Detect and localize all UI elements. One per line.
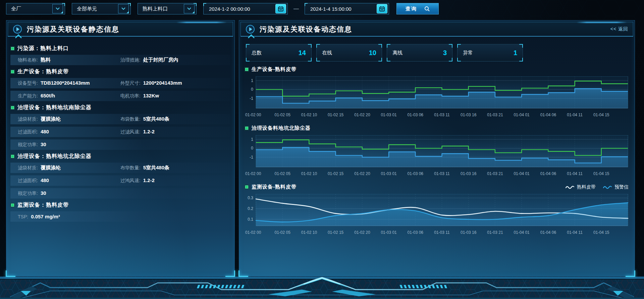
section-title: 污染源：熟料上料口 (11, 45, 230, 52)
legend-item-熟料皮带[interactable]: 熟料皮带 (566, 184, 596, 190)
dynamic-info-panel: 污染源及关联设备动态信息 << 返回 总数14在线10离线3异常1 生产设备-熟… (239, 20, 635, 276)
svg-text:01-03 11: 01-03 11 (434, 230, 450, 235)
info-cell: 设备型号:TDB1200*204143mm (18, 80, 120, 86)
field-label: 设备型号: (18, 80, 38, 86)
chevron-down-icon[interactable] (118, 4, 129, 13)
info-cell: 电机功率:132Kw (120, 93, 227, 99)
static-info-body: 污染源：熟料上料口物料名称:熟料治理措施:处于封闭厂房内生产设备：熟料皮带设备型… (6, 38, 234, 222)
info-row: 过滤面积:480过滤风速:1.2-2 (10, 127, 230, 137)
field-value: 5室共480条 (143, 116, 169, 122)
corner-bracket (387, 58, 390, 61)
stat-card-总数: 总数14 (246, 44, 312, 61)
chevron-up-decoration (248, 34, 255, 38)
search-icon (424, 6, 430, 11)
legend-wave-icon (603, 185, 612, 189)
plant-select-value: 全厂 (11, 6, 52, 12)
end-date-field[interactable]: 2024-1-4 15:00:00 (305, 3, 389, 14)
corner-bracket (457, 58, 461, 61)
svg-text:0.3: 0.3 (248, 196, 253, 200)
svg-text:01-04 01: 01-04 01 (514, 171, 530, 176)
svg-text:0: 0 (251, 146, 253, 151)
svg-text:01-02 00: 01-02 00 (245, 230, 261, 235)
section-title: 治理设备：熟料地坑南除尘器 (11, 104, 230, 111)
svg-text:-1: -1 (250, 155, 253, 160)
chart-svg-wrap: 10-101-02 0001-02 0501-02 1001-02 1501-0… (245, 74, 629, 120)
info-cell: 过滤面积:480 (18, 129, 120, 135)
calendar-icon[interactable] (377, 4, 387, 13)
section-title: 治理设备：熟料地坑北除尘器 (11, 153, 230, 160)
chart-block-0: 生产设备-熟料皮带10-101-02 0001-02 0501-02 1001-… (245, 66, 629, 120)
svg-text:01-02 15: 01-02 15 (328, 171, 344, 176)
calendar-icon[interactable] (275, 4, 286, 13)
svg-text:01-04 01: 01-04 01 (514, 113, 530, 117)
chart-title: 治理设备料地坑北除尘器 (252, 125, 311, 131)
field-label: 额定功率: (18, 190, 38, 197)
section-title-text: 监测设备：熟料皮带 (17, 202, 69, 209)
corner-bracket (246, 58, 250, 61)
svg-text:01-02 15: 01-02 15 (328, 230, 344, 235)
svg-text:01-02 20: 01-02 20 (354, 113, 370, 117)
section-title: 生产设备：熟料皮带 (11, 68, 230, 75)
svg-text:01-02 10: 01-02 10 (301, 171, 317, 176)
green-square-icon (11, 70, 14, 73)
dynamic-panel-header: 污染源及关联设备动态信息 << 返回 (240, 22, 633, 37)
svg-text:0.2: 0.2 (248, 206, 253, 211)
chevron-down-icon[interactable] (52, 4, 63, 13)
query-button-label: 查询 (406, 6, 417, 12)
field-label: 治理措施: (120, 57, 141, 63)
source-select[interactable]: 熟料上料口 (138, 3, 197, 14)
plant-select[interactable]: 全厂 (6, 3, 65, 14)
info-cell: 治理措施:处于封闭厂房内 (120, 57, 227, 63)
static-panel-header: 污染源及关联设备静态信息 (8, 22, 233, 37)
stat-value: 3 (443, 49, 447, 57)
chevron-up-decoration (15, 34, 22, 38)
back-link[interactable]: << 返回 (610, 26, 628, 32)
page-title-static: 污染源及关联设备静态信息 (27, 25, 119, 34)
start-date-field[interactable]: 2024-1-2 00:00:00 (203, 3, 288, 14)
status-summary-row: 总数14在线10离线3异常1 (246, 44, 635, 61)
svg-text:01-02 00: 01-02 00 (245, 171, 261, 176)
svg-text:01-03 16: 01-03 16 (461, 171, 477, 176)
chart-title: 生产设备-熟料皮带 (252, 66, 297, 73)
field-label: TSP: (18, 214, 28, 219)
corner-bracket (387, 44, 390, 48)
legend-label: 预警信 (614, 184, 629, 190)
query-button[interactable]: 查询 (396, 3, 439, 14)
info-cell: 过鸿风速:1.2-2 (120, 177, 227, 184)
field-value: TDB1200*204143mm (41, 80, 90, 86)
unit-select[interactable]: 全部单元 (72, 3, 131, 14)
chart-svg-wrap: 10-101-02 0001-02 0501-02 1001-02 1501-0… (245, 133, 629, 179)
svg-text:-1: -1 (250, 96, 253, 101)
corner-bracket (449, 58, 452, 61)
start-date-value: 2024-1-2 00:00:00 (209, 6, 273, 12)
chevron-down-icon[interactable] (184, 4, 195, 13)
legend-item-预警信[interactable]: 预警信 (603, 184, 629, 190)
info-cell: 过滤面积:480 (18, 177, 120, 184)
section-title-text: 污染源：熟料上料口 (17, 45, 69, 52)
svg-text:01-04 06: 01-04 06 (540, 171, 556, 176)
field-value: 1.2-2 (143, 177, 155, 183)
field-label: 过鸿风速: (120, 178, 141, 184)
svg-text:01-03 21: 01-03 21 (487, 113, 503, 117)
svg-text:01-02 20: 01-02 20 (354, 230, 370, 235)
info-cell: TSP:0.057 mg/m³ (18, 214, 120, 219)
field-value: 覆膜涤纶 (41, 116, 61, 122)
chart-title-row: 生产设备-熟料皮带 (245, 66, 629, 73)
svg-text:01-03 16: 01-03 16 (461, 113, 477, 117)
svg-text:01-02 05: 01-02 05 (275, 230, 291, 235)
section-title-text: 生产设备：熟料皮带 (17, 68, 69, 75)
static-info-panel: 污染源及关联设备静态信息 污染源：熟料上料口物料名称:熟料治理措施:处于封闭厂房… (6, 20, 235, 276)
footer-decoration (0, 276, 644, 299)
svg-text:01-03 11: 01-03 11 (434, 113, 450, 117)
field-label: 过滤风速: (120, 129, 141, 135)
info-cell: 物料名称:熟料 (18, 57, 120, 63)
field-label: 生产能力: (18, 93, 38, 99)
stat-label: 异常 (463, 50, 473, 56)
svg-text:01-02 15: 01-02 15 (328, 113, 344, 117)
stat-value: 1 (514, 49, 517, 57)
corner-bracket (378, 44, 382, 48)
field-label: 电机功率: (120, 93, 141, 99)
corner-bracket (246, 44, 250, 48)
green-square-icon (245, 68, 248, 71)
info-cell: 额定功率:30 (18, 141, 120, 148)
